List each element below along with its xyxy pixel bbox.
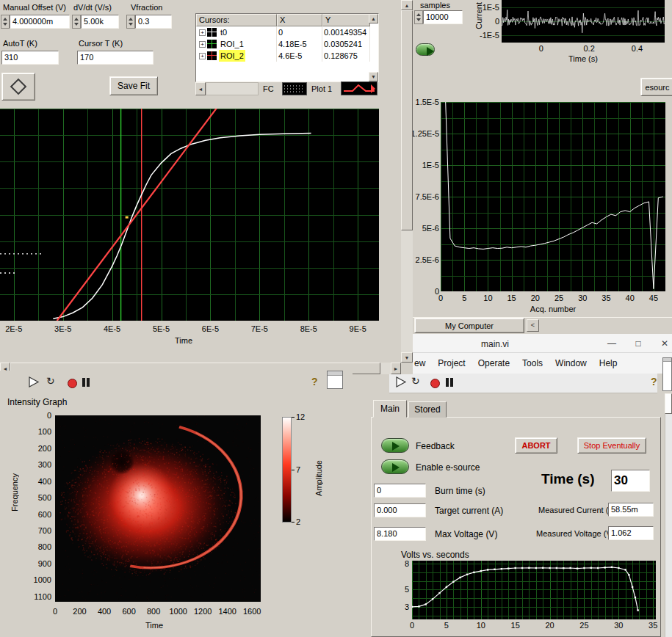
cursors-scroll-down-icon[interactable]: ▼	[369, 72, 378, 81]
menu-item-help[interactable]: Help	[599, 358, 618, 368]
plot1-line-style[interactable]	[341, 81, 377, 95]
intensity-y-axis-label: Frequency	[10, 473, 19, 512]
menu-item-ew[interactable]: ew	[414, 358, 425, 368]
samples-spinner[interactable]	[414, 10, 423, 24]
roi-tool-button[interactable]	[1, 73, 35, 101]
cursor-row-ROI_2[interactable]: +ROI_24.6E-50.128675	[196, 50, 378, 62]
legend-scroll-left-icon[interactable]: ◄	[195, 82, 206, 95]
intensity-tick-label: 200	[10, 444, 51, 453]
pause-icon[interactable]	[446, 378, 449, 387]
cursor-color-icon	[207, 40, 217, 48]
help-icon[interactable]: ?	[651, 376, 657, 389]
feedback-toggle[interactable]	[381, 438, 409, 453]
vfraction-spinner[interactable]	[126, 15, 135, 29]
cursor-y-value: 0.00149354	[322, 26, 370, 38]
intensity-tick-label: 900	[10, 559, 51, 568]
maximize-button[interactable]: □	[627, 338, 649, 349]
stop-eventually-button[interactable]: Stop Eventually	[577, 437, 646, 454]
cursor-x-value: 0	[277, 26, 322, 38]
cursor-name: t0	[219, 26, 228, 38]
menu-item-tools[interactable]: Tools	[522, 358, 543, 368]
pause-icon[interactable]	[87, 378, 90, 387]
fit-plot[interactable]	[0, 109, 379, 321]
window-scrollbar[interactable]	[665, 393, 672, 637]
volts-tick-label: 35	[637, 621, 669, 630]
intensity-plot[interactable]	[55, 415, 261, 602]
cursor-x-value: 4.18E-5	[277, 38, 322, 50]
window-scrollbar-thumb[interactable]	[665, 393, 672, 414]
run-continuous-icon[interactable]: ↻	[46, 375, 55, 388]
volts-plot[interactable]	[412, 561, 656, 619]
help-icon[interactable]: ?	[311, 376, 318, 389]
dvdt-input[interactable]: 5.00k	[81, 15, 119, 29]
dvdt-spinner[interactable]	[72, 15, 81, 29]
fit-tick-label: 2E-5	[0, 324, 30, 333]
minimize-button[interactable]: —	[601, 338, 623, 349]
title-bar[interactable]: main.vi — □ ✕	[413, 334, 672, 353]
close-button[interactable]: ✕	[654, 338, 672, 349]
acq-plot[interactable]	[441, 102, 665, 291]
pause-icon[interactable]	[82, 378, 85, 387]
acq-tick-label: 1.25E-5	[413, 129, 439, 138]
run-continuous-icon[interactable]: ↻	[411, 375, 420, 388]
mini_current-plot[interactable]	[502, 0, 665, 43]
vfraction-input[interactable]: 0.3	[135, 15, 172, 29]
menu-bar: ewProjectOperateToolsWindowHelp	[413, 353, 672, 374]
enable-esource-toggle[interactable]	[381, 459, 409, 474]
target-back-button[interactable]: <	[527, 319, 539, 332]
ramp-tick	[292, 522, 295, 523]
vi-icon	[327, 371, 343, 389]
tab-main[interactable]: Main	[373, 400, 407, 418]
target-current-input[interactable]: 0.000	[374, 503, 426, 517]
mini_current-tick-label: -1E-5	[458, 31, 499, 40]
run-icon[interactable]	[28, 376, 40, 387]
expander-icon[interactable]: +	[199, 29, 206, 36]
time-value: 30	[611, 470, 650, 492]
save-fit-button[interactable]: Save Fit	[109, 76, 158, 95]
abort-icon[interactable]	[68, 379, 77, 388]
autot-input[interactable]: 310	[1, 51, 59, 65]
cursor-row-t0[interactable]: +t000.00149354	[196, 26, 378, 38]
volts-tick-label: 5	[368, 585, 409, 594]
cursor-t-input[interactable]: 170	[77, 51, 153, 65]
volts-tick-label: 8	[368, 559, 409, 568]
v-scrollbar-thumb[interactable]	[401, 10, 413, 230]
scroll-down-icon[interactable]: ▼	[401, 352, 413, 363]
menu-item-project[interactable]: Project	[438, 358, 465, 368]
volts-tick-label: 20	[534, 621, 566, 630]
cursors-table: Cursors: X Y +t000.00149354+ROI_14.18E-5…	[195, 13, 379, 82]
manual-offset-input[interactable]: 4.000000m	[10, 15, 70, 29]
run-icon[interactable]	[395, 376, 407, 387]
pause-icon[interactable]	[450, 378, 453, 387]
burn-time-input[interactable]: 0	[374, 484, 426, 498]
acquire-toggle[interactable]	[416, 43, 435, 56]
cursor-row-ROI_1[interactable]: +ROI_14.18E-50.0305241	[196, 38, 378, 50]
amplitude-color-ramp[interactable]	[282, 417, 292, 523]
measured-voltage-value: 1.062	[608, 526, 654, 540]
volts-tick-label: 10	[465, 621, 497, 630]
legend-scroll-track[interactable]	[206, 82, 259, 95]
plot-style-glyph[interactable]	[282, 82, 307, 95]
ramp-label-mid: 7	[296, 465, 300, 476]
intensity-window: ↻ ? Intensity Graph 12 7 2 Amplitude 020…	[0, 371, 353, 637]
samples-input[interactable]: 10000	[423, 10, 463, 24]
tab-stored[interactable]: Stored	[408, 401, 447, 418]
volts-tick-label: 0	[396, 621, 428, 630]
cursors-scroll-up-icon[interactable]: ▲	[369, 14, 378, 23]
scroll-up-icon[interactable]: ▲	[401, 0, 413, 10]
menu-item-operate[interactable]: Operate	[478, 358, 510, 368]
menu-item-window[interactable]: Window	[555, 358, 587, 368]
feedback-label: Feedback	[416, 441, 455, 452]
acq-tick-label: 7.5E-6	[413, 192, 439, 201]
esource-button[interactable]: esourc	[640, 78, 672, 96]
scrollbar-corner	[401, 363, 413, 374]
ramp-tick	[292, 417, 295, 418]
expander-icon[interactable]: +	[199, 53, 206, 59]
abort-button[interactable]: ABORT	[515, 437, 557, 454]
manual-offset-spinner[interactable]	[1, 15, 10, 29]
abort-icon[interactable]	[430, 379, 440, 388]
scroll-right-icon[interactable]: ►	[391, 363, 401, 374]
target-tab-my-computer[interactable]: My Computer	[414, 318, 524, 333]
max-voltage-input[interactable]: 8.180	[374, 527, 426, 541]
expander-icon[interactable]: +	[199, 41, 206, 48]
